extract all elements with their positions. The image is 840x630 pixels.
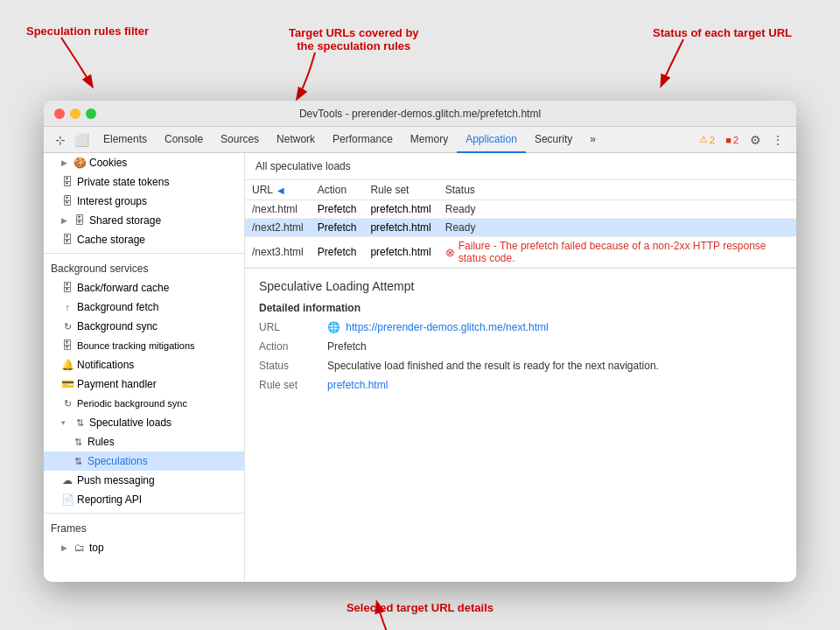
sidebar-item-label: top: [89, 542, 104, 554]
background-sync-icon: ↻: [61, 320, 74, 332]
devtools-toolbar: ⊹ ⬜ Elements Console Sources Network Per…: [44, 127, 796, 153]
cache-storage-icon: 🗄: [61, 234, 74, 246]
warning-badge: ⚠ 2: [696, 133, 718, 146]
detail-label-action: Action: [259, 340, 320, 353]
traffic-lights: [54, 108, 96, 119]
column-header-ruleset: Rule set: [363, 180, 438, 200]
detail-panel-title: Speculative Loading Attempt: [259, 279, 782, 293]
tab-memory[interactable]: Memory: [402, 127, 457, 153]
gear-icon[interactable]: ⚙: [746, 130, 765, 150]
action-cell: Prefetch: [311, 237, 364, 268]
cookies-icon: 🍪: [74, 157, 86, 169]
detail-panel: Speculative Loading Attempt Detailed inf…: [245, 268, 796, 409]
detail-value-action: Prefetch: [327, 340, 782, 353]
detail-value-url: 🌐 https://prerender-demos.glitch.me/next…: [327, 321, 782, 333]
close-button[interactable]: [54, 108, 65, 119]
sidebar-item-background-sync[interactable]: ↻ Background sync: [44, 317, 244, 336]
back-forward-cache-icon: 🗄: [61, 282, 74, 294]
expand-icon: ▶: [61, 216, 70, 225]
sidebar-item-cache-storage[interactable]: 🗄 Cache storage: [44, 230, 244, 249]
top-frame-icon: 🗂: [74, 542, 86, 554]
devtools-window: DevTools - prerender-demos.glitch.me/pre…: [44, 101, 796, 582]
sidebar-item-reporting-api[interactable]: 📄 Reporting API: [44, 490, 244, 509]
ellipsis-icon[interactable]: ⋮: [768, 130, 788, 150]
sidebar-item-speculative-loads[interactable]: ▾ ⇅ Speculative loads: [44, 413, 244, 432]
sidebar-item-push-messaging[interactable]: ☁ Push messaging: [44, 471, 244, 490]
sidebar-item-speculations[interactable]: ⇅ Speculations: [44, 452, 244, 471]
sidebar-item-frames-top[interactable]: ▶ 🗂 top: [44, 538, 244, 557]
payment-handler-icon: 💳: [61, 378, 74, 390]
periodic-bg-sync-icon: ↻: [61, 397, 74, 410]
column-header-action: Action: [311, 180, 364, 200]
error-count: 2: [733, 135, 738, 145]
sidebar-item-background-fetch[interactable]: ↑ Background fetch: [44, 298, 244, 317]
background-fetch-icon: ↑: [61, 301, 74, 313]
devtools-body: ▶ 🍪 Cookies 🗄 Private state tokens 🗄 Int…: [44, 153, 796, 582]
table-row[interactable]: /next.html Prefetch prefetch.html Ready: [245, 200, 796, 219]
push-messaging-icon: ☁: [61, 474, 74, 486]
sidebar-item-label: Shared storage: [89, 214, 161, 227]
detail-row-ruleset: Rule set prefetch.html: [259, 379, 782, 391]
tab-more[interactable]: »: [581, 127, 605, 153]
tab-console[interactable]: Console: [156, 127, 212, 153]
sidebar-item-back-forward-cache[interactable]: 🗄 Back/forward cache: [44, 278, 244, 298]
warning-count: 2: [710, 135, 715, 145]
sidebar-item-cookies[interactable]: ▶ 🍪 Cookies: [44, 153, 244, 172]
annotation-speculation-filter: Speculation rules filter: [26, 24, 149, 38]
detail-label-ruleset: Rule set: [259, 379, 320, 391]
annotation-status: Status of each target URL: [653, 26, 792, 39]
main-content: All speculative loads URL ◀ Action Rule …: [245, 153, 796, 582]
sidebar-item-label: Cache storage: [77, 234, 145, 246]
tab-application[interactable]: Application: [457, 127, 526, 153]
device-icon[interactable]: ⬜: [72, 130, 91, 150]
ruleset-link[interactable]: prefetch.html: [327, 379, 388, 391]
expand-icon: ▶: [61, 158, 70, 167]
tab-elements[interactable]: Elements: [94, 127, 156, 153]
sidebar-item-payment-handler[interactable]: 💳 Payment handler: [44, 374, 244, 394]
error-circle-icon: ⊗: [445, 246, 455, 259]
tab-sources[interactable]: Sources: [212, 127, 268, 153]
status-cell: Ready: [438, 219, 796, 237]
sidebar-item-private-state-tokens[interactable]: 🗄 Private state tokens: [44, 172, 244, 192]
sidebar-item-shared-storage[interactable]: ▶ 🗄 Shared storage: [44, 211, 244, 230]
column-header-status: Status: [438, 180, 796, 200]
status-cell: Ready: [438, 200, 796, 219]
devtools-tabs: Elements Console Sources Network Perform…: [94, 127, 690, 153]
reporting-api-icon: 📄: [61, 494, 74, 506]
table-row[interactable]: /next2.html Prefetch prefetch.html Ready: [245, 219, 796, 237]
rules-icon: ⇅: [72, 436, 84, 448]
tab-network[interactable]: Network: [268, 127, 324, 153]
speculations-icon: ⇅: [72, 455, 84, 467]
detail-section-title: Detailed information: [259, 302, 782, 314]
window-title: DevTools - prerender-demos.glitch.me/pre…: [299, 108, 541, 120]
toolbar-left-icons: ⊹ ⬜: [47, 130, 94, 150]
url-cell: /next2.html: [245, 219, 311, 237]
tab-security[interactable]: Security: [526, 127, 581, 153]
sort-arrow-icon: ◀: [277, 186, 284, 195]
warning-icon: ⚠: [699, 134, 708, 145]
sidebar-item-interest-groups[interactable]: 🗄 Interest groups: [44, 192, 244, 211]
table-row[interactable]: /next3.html Prefetch prefetch.html ⊗ Fai…: [245, 237, 796, 268]
column-header-url: URL ◀: [245, 180, 311, 200]
maximize-button[interactable]: [86, 108, 96, 119]
cursor-icon[interactable]: ⊹: [51, 130, 70, 150]
sidebar-item-label: Periodic background sync: [77, 398, 187, 409]
minimize-button[interactable]: [70, 108, 80, 119]
sidebar-item-label: Bounce tracking mitigations: [77, 340, 195, 351]
sidebar-item-notifications[interactable]: 🔔 Notifications: [44, 355, 244, 374]
sidebar-item-label: Rules: [88, 436, 115, 448]
expand-icon: ▾: [61, 418, 70, 427]
sidebar-item-periodic-background-sync[interactable]: ↻ Periodic background sync: [44, 394, 244, 413]
tab-performance[interactable]: Performance: [324, 127, 402, 153]
url-cell: /next.html: [245, 200, 311, 219]
error-badge: ■ 2: [722, 134, 742, 146]
speculative-loads-icon: ⇅: [74, 416, 86, 429]
status-cell: ⊗ Failure - The prefetch failed because …: [438, 237, 796, 268]
sidebar-item-bounce-tracking[interactable]: 🗄 Bounce tracking mitigations: [44, 336, 244, 355]
frames-header: Frames: [44, 517, 244, 538]
action-cell: Prefetch: [311, 200, 364, 219]
url-link[interactable]: https://prerender-demos.glitch.me/next.h…: [346, 321, 548, 333]
sidebar-item-rules[interactable]: ⇅ Rules: [44, 432, 244, 452]
error-status: ⊗ Failure - The prefetch failed because …: [445, 240, 789, 264]
detail-value-status: Speculative load finished and the result…: [327, 360, 782, 372]
